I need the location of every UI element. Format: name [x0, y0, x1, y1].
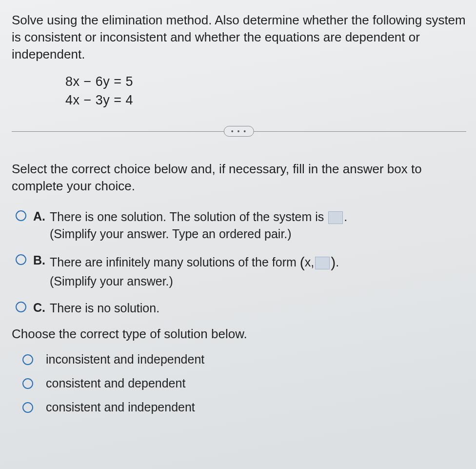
choice-a-text-before: There is one solution. The solution of t… — [50, 210, 327, 224]
type-prompt: Choose the correct type of solution belo… — [12, 326, 466, 342]
type-list: inconsistent and independent consistent … — [12, 352, 466, 414]
choice-a-body: There is one solution. The solution of t… — [50, 208, 466, 243]
radio-type-2[interactable] — [22, 378, 33, 389]
choice-a-letter: A. — [33, 209, 50, 224]
paren-open: ( — [300, 254, 305, 270]
choice-b-letter: B. — [33, 253, 50, 267]
section-divider: • • • — [12, 126, 466, 136]
type-2-text: consistent and dependent — [46, 376, 185, 390]
radio-choice-a[interactable] — [16, 210, 26, 221]
choice-a-hint: (Simplify your answer. Type an ordered p… — [50, 225, 466, 243]
choice-a-row: A. There is one solution. The solution o… — [16, 208, 466, 243]
radio-type-3[interactable] — [22, 402, 33, 413]
choice-instructions: Select the correct choice below and, if … — [12, 161, 466, 195]
type-3-text: consistent and independent — [46, 400, 195, 414]
paren-close: ) — [331, 254, 336, 270]
question-page: Solve using the elimination method. Also… — [0, 0, 476, 469]
choice-b-text-before: There are infinitely many solutions of t… — [50, 255, 300, 269]
choice-c-letter: C. — [33, 301, 50, 315]
type-row-1: inconsistent and independent — [22, 352, 466, 367]
choice-b-inner-prefix: x, — [305, 255, 314, 269]
type-1-text: inconsistent and independent — [46, 352, 204, 367]
type-row-2: consistent and dependent — [22, 376, 466, 390]
radio-choice-b[interactable] — [16, 254, 26, 265]
choice-list: A. There is one solution. The solution o… — [16, 208, 466, 317]
choice-c-text: There is no solution. — [50, 300, 466, 317]
choice-c-row: C. There is no solution. — [16, 300, 466, 317]
more-dots-button[interactable]: • • • — [224, 126, 254, 137]
radio-choice-c[interactable] — [16, 302, 26, 312]
radio-type-1[interactable] — [22, 354, 33, 365]
answer-box-b[interactable] — [315, 257, 330, 269]
choice-a-text-after: . — [344, 210, 347, 224]
choice-b-hint: (Simplify your answer.) — [50, 273, 466, 290]
type-row-3: consistent and independent — [22, 400, 466, 414]
choice-b-text-after: . — [336, 255, 339, 269]
question-prompt: Solve using the elimination method. Also… — [12, 12, 466, 63]
equation-2: 4x − 3y = 4 — [65, 91, 466, 110]
choice-b-row: B. There are infinitely many solutions o… — [16, 252, 466, 290]
choice-b-body: There are infinitely many solutions of t… — [50, 252, 466, 290]
equation-1: 8x − 6y = 5 — [65, 73, 466, 91]
answer-box-a[interactable] — [328, 211, 343, 224]
equation-block: 8x − 6y = 5 4x − 3y = 4 — [65, 73, 466, 110]
